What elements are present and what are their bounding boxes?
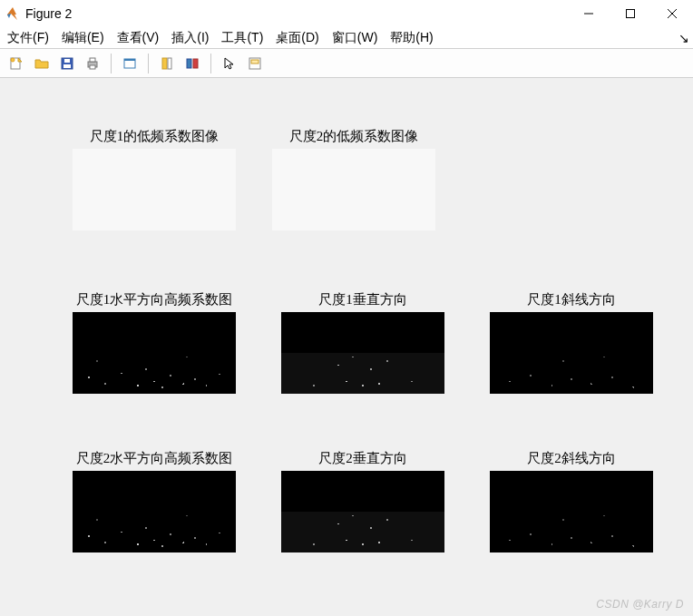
menu-overflow-icon[interactable]: ↘ xyxy=(678,31,689,45)
watermark-text: CSDN @Karry D xyxy=(596,598,684,611)
svg-rect-20 xyxy=(251,60,259,64)
svg-rect-14 xyxy=(124,59,135,61)
menu-tools[interactable]: 工具(T) xyxy=(221,30,263,46)
menu-file[interactable]: 文件(F) xyxy=(7,30,49,46)
subplot-scale2-low: 尺度2的低频系数图像 xyxy=(272,128,435,230)
axes-image[interactable] xyxy=(73,312,236,394)
cursor-button[interactable] xyxy=(219,53,240,74)
window-controls xyxy=(568,0,693,26)
toolbar xyxy=(0,49,693,78)
matlab-icon xyxy=(5,6,20,21)
subplot-scale1-low: 尺度1的低频系数图像 xyxy=(73,128,236,230)
toolbar-separator xyxy=(148,54,149,73)
toolbar-separator xyxy=(111,54,112,73)
svg-rect-15 xyxy=(162,58,167,69)
subplot-scale2-vertical: 尺度2垂直方向 xyxy=(281,450,444,552)
axes-image[interactable] xyxy=(281,312,444,394)
data-cursor-button[interactable] xyxy=(244,53,266,74)
close-button[interactable] xyxy=(651,0,693,27)
minimize-button[interactable] xyxy=(568,0,610,27)
menu-help[interactable]: 帮助(H) xyxy=(390,30,433,46)
subplot-scale1-diagonal: 尺度1斜线方向 xyxy=(490,291,653,394)
subplot-scale2-diagonal: 尺度2斜线方向 xyxy=(490,450,653,552)
menu-window[interactable]: 窗口(W) xyxy=(332,30,378,46)
subplot-scale2-horizontal: 尺度2水平方向高频系数图 xyxy=(73,450,236,552)
insert-colorbar-button[interactable] xyxy=(181,53,203,74)
axes-image[interactable] xyxy=(272,149,435,230)
window-title: Figure 2 xyxy=(25,6,72,21)
svg-rect-18 xyxy=(193,59,198,68)
open-button[interactable] xyxy=(31,53,53,74)
menu-edit[interactable]: 编辑(E) xyxy=(62,30,104,46)
svg-rect-17 xyxy=(187,59,191,68)
axes-image[interactable] xyxy=(281,471,444,552)
subplot-scale1-vertical: 尺度1垂直方向 xyxy=(281,291,444,394)
svg-rect-9 xyxy=(64,59,70,63)
subplot-title: 尺度2的低频系数图像 xyxy=(289,128,419,145)
svg-rect-8 xyxy=(63,64,71,68)
edit-plot-button[interactable] xyxy=(119,53,141,74)
axes-image[interactable] xyxy=(490,312,653,394)
subplot-title: 尺度2斜线方向 xyxy=(527,450,616,467)
subplot-title: 尺度2水平方向高频系数图 xyxy=(76,450,233,467)
subplot-title: 尺度1垂直方向 xyxy=(318,291,407,308)
toolbar-separator xyxy=(210,54,211,73)
subplot-title: 尺度1斜线方向 xyxy=(527,291,616,308)
menubar: 文件(F) 编辑(E) 查看(V) 插入(I) 工具(T) 桌面(D) 窗口(W… xyxy=(0,27,693,49)
svg-rect-11 xyxy=(90,58,95,62)
svg-rect-1 xyxy=(627,10,635,18)
new-figure-button[interactable] xyxy=(5,53,27,74)
save-button[interactable] xyxy=(56,53,78,74)
subplot-title: 尺度2垂直方向 xyxy=(318,450,407,467)
titlebar: Figure 2 xyxy=(0,0,693,27)
maximize-button[interactable] xyxy=(610,0,651,27)
axes-image[interactable] xyxy=(73,149,236,230)
subplot-title: 尺度1水平方向高频系数图 xyxy=(76,291,233,308)
svg-rect-12 xyxy=(90,65,95,69)
subplot-scale1-horizontal: 尺度1水平方向高频系数图 xyxy=(73,291,236,394)
menu-desktop[interactable]: 桌面(D) xyxy=(276,30,318,46)
svg-rect-16 xyxy=(168,58,171,69)
print-button[interactable] xyxy=(82,53,103,74)
menu-view[interactable]: 查看(V) xyxy=(117,30,160,46)
svg-point-6 xyxy=(11,58,15,62)
axes-image[interactable] xyxy=(490,471,653,552)
menu-insert[interactable]: 插入(I) xyxy=(171,30,209,46)
link-axes-button[interactable] xyxy=(156,53,178,74)
axes-image[interactable] xyxy=(73,471,236,552)
figure-canvas[interactable]: 尺度1的低频系数图像 尺度2的低频系数图像 尺度1水平方向高频系数图 尺度1垂直… xyxy=(0,78,693,616)
subplot-title: 尺度1的低频系数图像 xyxy=(90,128,220,145)
